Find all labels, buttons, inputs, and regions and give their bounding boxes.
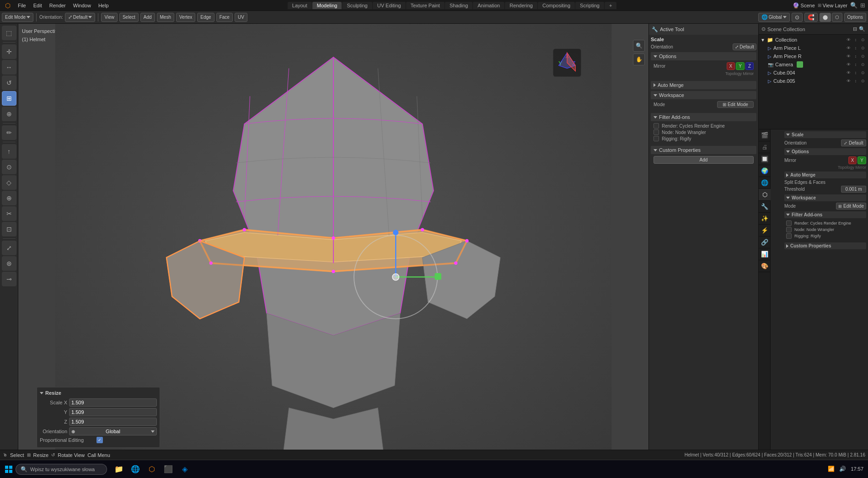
prop-orientation-val[interactable]: ⤢ Default — [841, 140, 866, 146]
tab-rendering[interactable]: Rendering — [505, 2, 537, 9]
prop-options-title[interactable]: Options — [784, 148, 866, 155]
tab-texture-paint[interactable]: Texture Paint — [406, 2, 445, 9]
prop-mirror-x[interactable]: X — [848, 156, 857, 164]
mirror-z-btn[interactable]: Z — [745, 62, 754, 70]
arm-l-eye-btn[interactable]: 👁 — [845, 45, 852, 51]
props-tab-physics[interactable]: ⚡ — [759, 225, 771, 236]
loop-cut-tool[interactable]: ⊕ — [2, 191, 16, 205]
shear-tool[interactable]: ⤢ — [2, 241, 16, 255]
screen-icon[interactable]: ⊞ — [860, 2, 865, 9]
prop-addon-rigify-check[interactable] — [786, 233, 792, 239]
addon-rigify-checkbox[interactable] — [654, 136, 659, 141]
arm-l-render-btn[interactable]: ⊙ — [860, 45, 866, 51]
sphere-tool[interactable]: ⊛ — [2, 256, 16, 271]
menu-render[interactable]: Render — [46, 2, 69, 9]
snap-btn[interactable]: 🧲 — [804, 13, 818, 22]
transform-global[interactable]: 🌐 Global — [758, 13, 790, 22]
blender-logo[interactable]: ⬡ — [2, 1, 14, 10]
prop-auto-merge-title[interactable]: Auto Merge — [784, 172, 866, 178]
menu-help[interactable]: Help — [95, 2, 112, 9]
props-tab-constraints[interactable]: 🔗 — [759, 236, 771, 248]
props-tab-data[interactable]: 📊 — [759, 248, 771, 260]
face-btn[interactable]: Face — [216, 13, 233, 22]
pan-icon[interactable]: ✋ — [633, 54, 645, 65]
taskbar-explorer-icon[interactable]: 📁 — [112, 462, 126, 477]
cube004-render-btn[interactable]: ⊙ — [860, 70, 866, 76]
orientation-val[interactable]: ⤢ Default — [733, 43, 756, 50]
tab-compositing[interactable]: Compositing — [538, 2, 575, 9]
uv-btn[interactable]: UV — [235, 13, 247, 22]
camera-eye-btn[interactable]: 👁 — [845, 61, 852, 68]
outliner-item-armpiece-l[interactable]: ▷ Arm Piece L 👁 ↕ ⊙ — [759, 44, 868, 52]
scale-z-input[interactable] — [69, 418, 157, 426]
annotate-tool[interactable]: ✏ — [2, 125, 16, 140]
polypen-tool[interactable]: ⊡ — [2, 222, 16, 236]
prop-mode-val[interactable]: ⊞ Edit Mode — [836, 203, 866, 209]
tab-layout[interactable]: Layout — [288, 2, 312, 9]
solid-shading[interactable]: ⬤ — [820, 13, 831, 22]
props-tab-material[interactable]: 🎨 — [759, 260, 771, 272]
props-tab-world[interactable]: 🌐 — [759, 177, 771, 189]
tab-animation[interactable]: Animation — [473, 2, 504, 9]
edge-btn[interactable]: Edge — [197, 13, 214, 22]
prop-addon-nw-check[interactable] — [786, 227, 792, 232]
outliner-item-cube004[interactable]: ▷ Cube.004 👁 ↕ ⊙ — [759, 69, 868, 77]
tab-modeling[interactable]: Modeling — [312, 2, 342, 9]
add-btn[interactable]: Add — [140, 13, 155, 22]
workspace-header[interactable]: Workspace — [651, 91, 756, 99]
cube005-cursor-btn[interactable]: ↕ — [852, 78, 859, 84]
menu-edit[interactable]: Edit — [30, 2, 45, 9]
bevel-tool[interactable]: ◇ — [2, 175, 16, 190]
cursor-tool[interactable]: ✛ — [2, 44, 16, 59]
rip-tool[interactable]: ⊸ — [2, 272, 16, 286]
transform-tool[interactable]: ⊕ — [2, 107, 16, 121]
cube005-eye-btn[interactable]: 👁 — [845, 78, 852, 84]
prop-workspace-title[interactable]: Workspace — [784, 194, 866, 201]
add-custom-prop-btn[interactable]: Add — [654, 156, 754, 164]
zoom-icon[interactable]: 🔍 — [633, 40, 645, 52]
custom-props-header[interactable]: Custom Properties — [651, 146, 756, 154]
search-icon[interactable]: 🔍 — [850, 2, 857, 9]
outliner-search-icon[interactable]: 🔍 — [859, 26, 865, 32]
prop-custom-props-title[interactable]: Custom Properties — [784, 242, 866, 249]
options-btn[interactable]: Options — [844, 13, 866, 22]
resize-collapse-icon[interactable] — [40, 392, 43, 394]
mirror-x-btn[interactable]: X — [727, 62, 735, 70]
extrude-tool[interactable]: ↑ — [2, 144, 16, 159]
scale-x-input[interactable] — [69, 398, 157, 407]
mesh-btn[interactable]: Mesh — [157, 13, 174, 22]
options-header[interactable]: Options — [651, 52, 756, 60]
vertex-btn[interactable]: Vertex — [176, 13, 195, 22]
prop-mirror-y[interactable]: Y — [857, 156, 866, 164]
prop-filter-addons-title[interactable]: Filter Add-ons — [784, 211, 866, 218]
outliner-item-armpiece-r[interactable]: ▷ Arm Piece R 👁 ↕ ⊙ — [759, 52, 868, 60]
orientation-dropdown[interactable]: ⊕ Global — [69, 427, 157, 435]
collection-render-btn[interactable]: ⊙ — [860, 37, 866, 43]
camera-cursor-btn[interactable]: ↕ — [852, 61, 859, 68]
addon-nodewrangler-checkbox[interactable] — [654, 129, 659, 135]
tab-shading[interactable]: Shading — [445, 2, 472, 9]
taskbar-terminal-icon[interactable]: ⬛ — [161, 462, 176, 477]
props-tab-scene[interactable]: 🌍 — [759, 165, 771, 177]
taskbar-chrome-icon[interactable]: 🌐 — [128, 462, 143, 477]
cube004-cursor-btn[interactable]: ↕ — [852, 70, 859, 76]
prop-addon-cycles-check[interactable] — [786, 220, 792, 226]
knife-tool[interactable]: ✂ — [2, 206, 16, 221]
arm-r-eye-btn[interactable]: 👁 — [845, 53, 852, 59]
outliner-filter-icon[interactable]: ⊟ — [853, 26, 857, 32]
props-tab-output[interactable]: 🖨 — [759, 141, 771, 153]
outliner-item-camera[interactable]: 📷 Camera 👁 ↕ ⊙ — [759, 60, 868, 69]
mirror-y-btn[interactable]: Y — [736, 62, 745, 70]
tab-uv-editing[interactable]: UV Editing — [373, 2, 406, 9]
mode-selector[interactable]: Edit Mode — [2, 13, 33, 22]
menu-file[interactable]: File — [15, 2, 29, 9]
view-btn[interactable]: View — [101, 13, 118, 22]
props-tab-modifier[interactable]: 🔧 — [759, 201, 771, 213]
start-btn[interactable] — [2, 462, 16, 476]
camera-render-btn[interactable]: ⊙ — [860, 61, 866, 68]
arm-r-cursor-btn[interactable]: ↕ — [852, 53, 859, 59]
taskbar-vscode-icon[interactable]: ◈ — [177, 462, 192, 477]
wire-shading[interactable]: ⬡ — [832, 13, 842, 22]
scale-expand[interactable] — [786, 134, 790, 136]
taskbar-search[interactable]: 🔍 Wpisz tu wyszukiwane słowa — [16, 464, 107, 475]
